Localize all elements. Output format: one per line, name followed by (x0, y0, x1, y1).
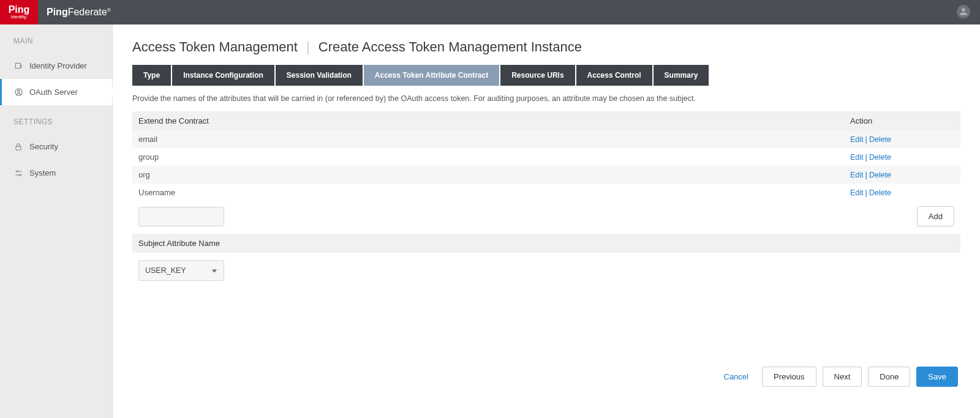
delete-link[interactable]: Delete (869, 153, 891, 162)
sliders-icon (13, 169, 23, 177)
sidebar: MAIN Identity Provider OAuth Server SETT… (0, 24, 113, 418)
tab-summary[interactable]: Summary (654, 65, 709, 86)
tab-type[interactable]: Type (132, 65, 171, 86)
sidebar-item-security[interactable]: Security (0, 133, 112, 160)
save-button[interactable]: Save (916, 367, 958, 387)
column-header-action: Action (850, 116, 954, 125)
contract-table-body: email Edit|Delete group Edit|Delete org … (132, 130, 960, 201)
attribute-name: Username (138, 188, 850, 197)
svg-point-7 (19, 174, 20, 175)
help-text: Provide the names of the attributes that… (132, 94, 960, 103)
column-header-attribute: Extend the Contract (138, 116, 850, 125)
sidebar-heading-settings: SETTINGS (0, 105, 112, 133)
table-row: group Edit|Delete (132, 148, 960, 166)
table-row: org Edit|Delete (132, 166, 960, 184)
delete-link[interactable]: Delete (869, 171, 891, 179)
breadcrumb-separator: | (306, 39, 310, 54)
breadcrumb-part: Create Access Token Management Instance (318, 39, 582, 54)
table-row: email Edit|Delete (132, 130, 960, 148)
svg-point-2 (17, 90, 20, 92)
subject-attribute-header: Subject Attribute Name (132, 234, 960, 253)
sidebar-heading-main: MAIN (0, 24, 112, 53)
sidebar-item-oauth-server[interactable]: OAuth Server (0, 79, 112, 105)
new-attribute-input[interactable] (138, 207, 224, 226)
cancel-link[interactable]: Cancel (724, 372, 748, 381)
footer-actions: Cancel Previous Next Done Save (132, 367, 960, 387)
attribute-name: group (138, 152, 850, 162)
tab-session-validation[interactable]: Session Validation (276, 65, 363, 86)
contract-table-header: Extend the Contract Action (132, 111, 960, 130)
lock-icon (13, 143, 23, 151)
svg-point-6 (17, 170, 18, 171)
attribute-name: org (138, 170, 850, 179)
table-row: Username Edit|Delete (132, 184, 960, 201)
tab-access-token-attribute-contract[interactable]: Access Token Attribute Contract (364, 65, 499, 86)
edit-link[interactable]: Edit (850, 153, 864, 162)
tab-row: Type Instance Configuration Session Vali… (132, 65, 960, 86)
sidebar-item-label: System (29, 168, 56, 177)
tab-instance-configuration[interactable]: Instance Configuration (172, 65, 274, 86)
brand-logo: Ping Identity. (0, 0, 38, 24)
idp-icon (13, 62, 23, 70)
done-button[interactable]: Done (868, 367, 910, 387)
svg-rect-3 (16, 146, 21, 150)
tab-access-control[interactable]: Access Control (576, 65, 652, 86)
edit-link[interactable]: Edit (850, 188, 864, 197)
edit-link[interactable]: Edit (850, 135, 864, 144)
next-button[interactable]: Next (823, 367, 862, 387)
oauth-icon (13, 88, 23, 97)
topbar: Ping Identity. PingFederate® (0, 0, 980, 24)
subject-attribute-select[interactable]: USER_KEY (138, 260, 224, 281)
attribute-name: email (138, 135, 850, 144)
sidebar-item-label: Security (29, 142, 58, 151)
subject-attribute-select-wrap: USER_KEY (138, 260, 224, 281)
logo-text-big: Ping (9, 5, 30, 15)
svg-rect-0 (15, 63, 20, 68)
delete-link[interactable]: Delete (869, 188, 891, 197)
sidebar-item-system[interactable]: System (0, 160, 112, 186)
breadcrumb: Access Token Management | Create Access … (132, 39, 960, 55)
edit-link[interactable]: Edit (850, 171, 864, 179)
user-menu-icon[interactable] (957, 5, 970, 18)
sidebar-item-label: Identity Provider (29, 61, 87, 70)
add-button[interactable]: Add (917, 206, 954, 226)
sidebar-item-label: OAuth Server (29, 88, 78, 97)
sidebar-item-identity-provider[interactable]: Identity Provider (0, 53, 112, 79)
product-name: PingFederate® (47, 7, 111, 18)
add-attribute-row: Add (132, 201, 960, 231)
tab-resource-uris[interactable]: Resource URIs (500, 65, 575, 86)
logo-text-small: Identity. (10, 15, 27, 20)
delete-link[interactable]: Delete (869, 135, 891, 144)
breadcrumb-part: Access Token Management (132, 39, 298, 54)
previous-button[interactable]: Previous (762, 367, 816, 387)
main-content: Access Token Management | Create Access … (113, 24, 980, 418)
